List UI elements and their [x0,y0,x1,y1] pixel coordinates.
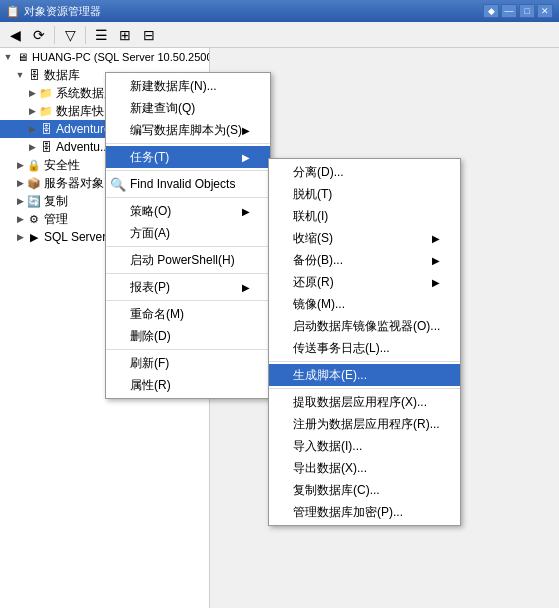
adventure-icon: 🗄 [38,121,54,137]
menu-mirror[interactable]: 镜像(M)... [269,293,460,315]
system-db-icon: 📁 [38,85,54,101]
expand-icon-system-db: ▶ [26,87,38,99]
pin-button[interactable]: ◆ [483,4,499,18]
menu-import-data[interactable]: 导入数据(I)... [269,435,460,457]
menu-generate-scripts[interactable]: 生成脚本(E)... [269,364,460,386]
script-db-label: 编写数据库脚本为(S) [130,122,242,139]
menu-export-data[interactable]: 导出数据(X)... [269,457,460,479]
ship-log-label: 传送事务日志(L)... [293,340,390,357]
replication-icon: 🔄 [26,193,42,209]
encrypt-db-label: 管理数据库加密(P)... [293,504,403,521]
menu-encrypt-db[interactable]: 管理数据库加密(P)... [269,501,460,523]
menu-facets[interactable]: 方面(A) [106,222,270,244]
menu-extract-app[interactable]: 提取数据层应用程序(X)... [269,391,460,413]
menu-tasks[interactable]: 任务(T) ▶ [106,146,270,168]
refresh-label: 刷新(F) [130,355,169,372]
maximize-button[interactable]: □ [519,4,535,18]
databases-icon: 🗄 [26,67,42,83]
replication-label: 复制 [44,193,68,210]
restore-label: 还原(R) [293,274,334,291]
menu-sep-1 [106,143,270,144]
management-icon: ⚙ [26,211,42,227]
menu-reports[interactable]: 报表(P) ▶ [106,276,270,298]
expand-icon-server-obj: ▶ [14,177,26,189]
menu-shrink[interactable]: 收缩(S) ▶ [269,227,460,249]
toolbar-expand-button[interactable]: ⊞ [114,24,136,46]
toolbar-menu-button[interactable]: ☰ [90,24,112,46]
menu-sep-4 [106,246,270,247]
toolbar-refresh-button[interactable]: ⟳ [28,24,50,46]
toolbar-collapse-button[interactable]: ⊟ [138,24,160,46]
menu-sep-6 [106,300,270,301]
register-app-label: 注册为数据层应用程序(R)... [293,416,440,433]
toolbar-separator-2 [85,26,86,44]
menu-refresh[interactable]: 刷新(F) [106,352,270,374]
menu-ship-log[interactable]: 传送事务日志(L)... [269,337,460,359]
menu-rename[interactable]: 重命名(M) [106,303,270,325]
menu-new-query[interactable]: 新建查询(Q) [106,97,270,119]
menu-new-db[interactable]: 新建数据库(N)... [106,75,270,97]
backup-label: 备份(B)... [293,252,343,269]
title-bar-icon: 📋 [6,5,20,18]
script-db-arrow: ▶ [242,125,250,136]
tree-item-server[interactable]: ▼ 🖥 HUANG-PC (SQL Server 10.50.2500 - Hu… [0,48,209,66]
menu-find-invalid[interactable]: 🔍 Find Invalid Objects [106,173,270,195]
menu-policies[interactable]: 策略(O) ▶ [106,200,270,222]
content-area: ▼ 🖥 HUANG-PC (SQL Server 10.50.2500 - Hu… [0,48,559,608]
reports-label: 报表(P) [130,279,170,296]
menu-register-app[interactable]: 注册为数据层应用程序(R)... [269,413,460,435]
menu-sep-2 [106,170,270,171]
context-menu-1: 新建数据库(N)... 新建查询(Q) 编写数据库脚本为(S) ▶ 任务(T) … [105,72,271,399]
toolbar-separator-1 [54,26,55,44]
menu-restore[interactable]: 还原(R) ▶ [269,271,460,293]
toolbar-back-button[interactable]: ◀ [4,24,26,46]
expand-icon-adventure: ▶ [26,123,38,135]
mirror-label: 镜像(M)... [293,296,345,313]
tasks-arrow: ▶ [242,152,250,163]
menu-properties[interactable]: 属性(R) [106,374,270,396]
new-query-label: 新建查询(Q) [130,100,195,117]
expand-icon-adventure2: ▶ [26,141,38,153]
export-data-label: 导出数据(X)... [293,460,367,477]
management-label: 管理 [44,211,68,228]
server-icon: 🖥 [14,49,30,65]
title-bar-text: 对象资源管理器 [24,4,101,19]
policies-arrow: ▶ [242,206,250,217]
context-menu-tasks: 分离(D)... 脱机(T) 联机(I) 收缩(S) ▶ 备份(B)... ▶ … [268,158,461,526]
expand-icon-security: ▶ [14,159,26,171]
policies-label: 策略(O) [130,203,171,220]
menu-powershell[interactable]: 启动 PowerShell(H) [106,249,270,271]
title-bar: 📋 对象资源管理器 ◆ — □ ✕ [0,0,559,22]
new-db-label: 新建数据库(N)... [130,78,217,95]
security-label: 安全性 [44,157,80,174]
detach-label: 分离(D)... [293,164,344,181]
expand-icon-server: ▼ [2,51,14,63]
menu-detach[interactable]: 分离(D)... [269,161,460,183]
find-invalid-label: Find Invalid Objects [130,177,235,191]
menu-delete[interactable]: 删除(D) [106,325,270,347]
menu-script-db[interactable]: 编写数据库脚本为(S) ▶ [106,119,270,141]
find-invalid-icon: 🔍 [110,176,126,192]
server-obj-label: 服务器对象 [44,175,104,192]
toolbar-filter-button[interactable]: ▽ [59,24,81,46]
minimize-button[interactable]: — [501,4,517,18]
menu-online[interactable]: 联机(I) [269,205,460,227]
menu-sep-5 [106,273,270,274]
menu-sep-3 [106,197,270,198]
menu-backup[interactable]: 备份(B)... ▶ [269,249,460,271]
server-label: HUANG-PC (SQL Server 10.50.2500 - Huang- [32,51,210,63]
expand-icon-management: ▶ [14,213,26,225]
adventure2-icon: 🗄 [38,139,54,155]
monitor-mirror-label: 启动数据库镜像监视器(O)... [293,318,440,335]
menu-offline[interactable]: 脱机(T) [269,183,460,205]
expand-icon-snapshot: ▶ [26,105,38,117]
sql-icon: ▶ [26,229,42,245]
tasks-sep-2 [269,388,460,389]
menu-copy-db[interactable]: 复制数据库(C)... [269,479,460,501]
security-icon: 🔒 [26,157,42,173]
adventure2-label: Adventu... [56,140,110,154]
menu-monitor-mirror[interactable]: 启动数据库镜像监视器(O)... [269,315,460,337]
extract-app-label: 提取数据层应用程序(X)... [293,394,427,411]
expand-icon-databases: ▼ [14,69,26,81]
close-button[interactable]: ✕ [537,4,553,18]
